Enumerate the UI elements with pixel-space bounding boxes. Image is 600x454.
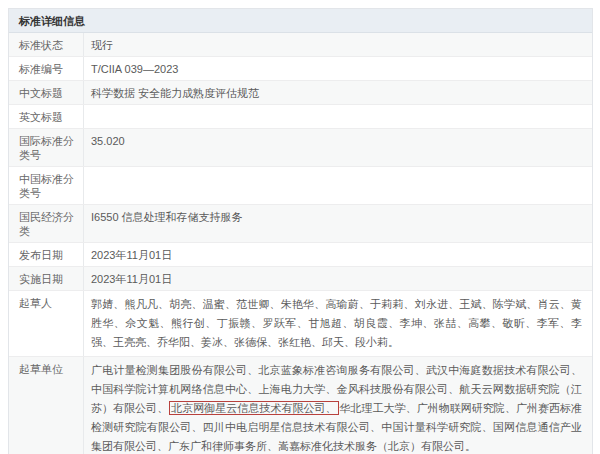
row-value: [84, 105, 592, 128]
row-label: 英文标题: [9, 105, 84, 128]
row-label: 标准编号: [9, 57, 84, 80]
row-label: 中国标准分类号: [9, 167, 84, 204]
row-value: 2023年11月01日: [84, 243, 592, 266]
table-row-chinese-title: 中文标题 科学数据 安全能力成熟度评估规范: [9, 81, 592, 105]
row-value: 郭婧、熊凡凡、胡亮、温蜜、范世卿、朱艳华、高瑜蔚、于莉莉、刘永进、王斌、陈学斌、…: [84, 291, 592, 356]
row-label: 国民经济分类: [9, 205, 84, 242]
row-value: 35.020: [84, 129, 592, 166]
row-value: 现行: [84, 33, 592, 56]
table-row-drafters: 起草人 郭婧、熊凡凡、胡亮、温蜜、范世卿、朱艳华、高瑜蔚、于莉莉、刘永进、王斌、…: [9, 291, 592, 357]
red-highlight-box: 北京网御星云信息技术有限公司、: [169, 401, 338, 415]
row-label: 起草人: [9, 291, 84, 356]
row-value: T/CIIA 039—2023: [84, 57, 592, 80]
table-row-drafting-units: 起草单位 广电计量检测集团股份有限公司、北京蓝象标准咨询服务有限公司、武汉中海庭…: [9, 357, 592, 454]
standard-detail-table: 标准详细信息 标准状态 现行 标准编号 T/CIIA 039—2023 中文标题…: [8, 8, 593, 454]
row-value: 科学数据 安全能力成熟度评估规范: [84, 81, 592, 104]
row-value: 2023年11月01日: [84, 267, 592, 290]
row-label: 起草单位: [9, 357, 84, 454]
row-label: 实施日期: [9, 267, 84, 290]
row-label: 中文标题: [9, 81, 84, 104]
table-row-ccs-number: 中国标准分类号: [9, 167, 592, 205]
table-row-publish-date: 发布日期 2023年11月01日: [9, 243, 592, 267]
page: 标准详细信息 标准状态 现行 标准编号 T/CIIA 039—2023 中文标题…: [0, 0, 600, 454]
table-row-standard-number: 标准编号 T/CIIA 039—2023: [9, 57, 592, 81]
row-value: [84, 167, 592, 204]
row-value: I6550 信息处理和存储支持服务: [84, 205, 592, 242]
table-row-economic-classification: 国民经济分类 I6550 信息处理和存储支持服务: [9, 205, 592, 243]
table-row-implementation-date: 实施日期 2023年11月01日: [9, 267, 592, 291]
row-value: 广电计量检测集团股份有限公司、北京蓝象标准咨询服务有限公司、武汉中海庭数据技术有…: [84, 357, 592, 454]
table-row-english-title: 英文标题: [9, 105, 592, 129]
table-title: 标准详细信息: [9, 9, 592, 33]
table-row-standard-status: 标准状态 现行: [9, 33, 592, 57]
row-label: 发布日期: [9, 243, 84, 266]
row-label: 国际标准分类号: [9, 129, 84, 166]
table-row-ics-number: 国际标准分类号 35.020: [9, 129, 592, 167]
row-label: 标准状态: [9, 33, 84, 56]
